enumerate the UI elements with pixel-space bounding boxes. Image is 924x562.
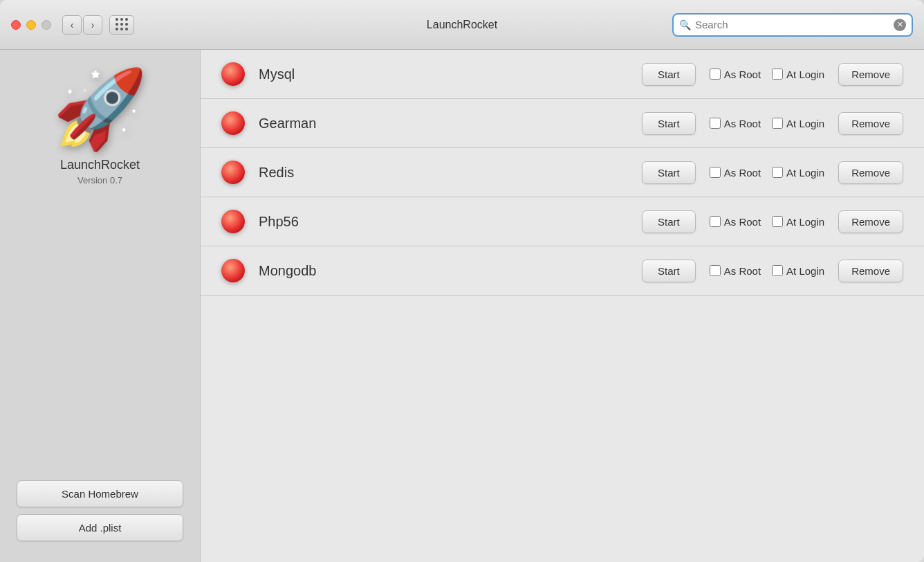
titlebar: ‹ › LaunchRocket 🔍 ✕ <box>0 0 924 50</box>
at-login-checkbox-mongodb[interactable] <box>772 265 783 276</box>
service-row: Mysql Start As Root At Login Remove <box>201 50 924 99</box>
remove-button-gearman[interactable]: Remove <box>838 112 903 135</box>
at-login-label-mysql[interactable]: At Login <box>772 69 824 80</box>
as-root-checkbox-php56[interactable] <box>710 216 721 227</box>
service-row: Gearman Start As Root At Login Remove <box>201 99 924 148</box>
at-login-label-mongodb[interactable]: At Login <box>772 265 824 277</box>
as-root-checkbox-redis[interactable] <box>710 167 721 178</box>
as-root-label-redis[interactable]: As Root <box>710 167 761 179</box>
start-button-php56[interactable]: Start <box>642 210 696 233</box>
status-dot-gearman <box>221 111 245 135</box>
service-row: Mongodb Start As Root At Login Remove <box>201 246 924 296</box>
app-version: Version 0.7 <box>77 175 122 185</box>
back-icon: ‹ <box>71 19 74 30</box>
sidebar: 🚀 LaunchRocket Version 0.7 Scan Homebrew… <box>0 50 201 562</box>
scan-homebrew-button[interactable]: Scan Homebrew <box>17 480 183 507</box>
start-button-gearman[interactable]: Start <box>642 112 696 135</box>
at-login-label-redis[interactable]: At Login <box>772 167 824 179</box>
at-login-checkbox-mysql[interactable] <box>772 69 783 80</box>
at-login-checkbox-gearman[interactable] <box>772 118 783 129</box>
as-root-label-gearman[interactable]: As Root <box>710 118 761 129</box>
service-row: Php56 Start As Root At Login Remove <box>201 197 924 246</box>
back-button[interactable]: ‹ <box>62 15 82 35</box>
remove-button-mongodb[interactable]: Remove <box>838 260 903 282</box>
grid-dots-icon <box>115 18 129 31</box>
titlebar-title: LaunchRocket <box>427 19 497 31</box>
add-plist-button[interactable]: Add .plist <box>17 514 183 541</box>
nav-buttons: ‹ › <box>62 15 134 35</box>
status-dot-mongodb <box>221 259 245 282</box>
forward-icon: › <box>91 19 95 30</box>
service-name-redis: Redis <box>259 165 628 181</box>
search-icon: 🔍 <box>679 19 691 30</box>
remove-button-php56[interactable]: Remove <box>838 210 903 233</box>
service-name-mysql: Mysql <box>259 66 628 82</box>
as-root-label-mysql[interactable]: As Root <box>710 69 761 80</box>
minimize-button[interactable] <box>26 20 36 30</box>
service-row: Redis Start As Root At Login Remove <box>201 148 924 197</box>
as-root-checkbox-mongodb[interactable] <box>710 265 721 276</box>
at-login-checkbox-redis[interactable] <box>772 167 783 178</box>
start-button-redis[interactable]: Start <box>642 161 696 184</box>
sidebar-buttons: Scan Homebrew Add .plist <box>0 480 200 541</box>
as-root-checkbox-gearman[interactable] <box>710 118 721 129</box>
service-name-mongodb: Mongodb <box>259 263 628 279</box>
service-name-gearman: Gearman <box>259 116 628 132</box>
rocket-icon: 🚀 <box>53 71 147 147</box>
app-name: LaunchRocket <box>60 158 140 172</box>
search-box: 🔍 ✕ <box>672 13 913 37</box>
grid-view-button[interactable] <box>109 15 134 35</box>
traffic-lights <box>11 20 51 30</box>
main-layout: 🚀 LaunchRocket Version 0.7 Scan Homebrew… <box>0 50 924 562</box>
at-login-label-gearman[interactable]: At Login <box>772 118 824 129</box>
checkbox-group-gearman: As Root At Login <box>710 118 824 129</box>
status-dot-mysql <box>221 62 245 86</box>
checkbox-group-mongodb: As Root At Login <box>710 265 824 277</box>
forward-button[interactable]: › <box>83 15 102 35</box>
remove-button-mysql[interactable]: Remove <box>838 63 903 86</box>
remove-button-redis[interactable]: Remove <box>838 161 903 184</box>
checkbox-group-redis: As Root At Login <box>710 167 824 179</box>
maximize-button[interactable] <box>41 20 51 30</box>
service-name-php56: Php56 <box>259 214 628 230</box>
as-root-label-mongodb[interactable]: As Root <box>710 265 761 277</box>
checkbox-group-php56: As Root At Login <box>710 216 824 228</box>
status-dot-php56 <box>221 210 245 233</box>
search-input[interactable] <box>695 19 894 30</box>
at-login-label-php56[interactable]: At Login <box>772 216 824 228</box>
status-dot-redis <box>221 161 245 184</box>
services-panel: Mysql Start As Root At Login Remove Gear… <box>201 50 924 562</box>
checkbox-group-mysql: As Root At Login <box>710 69 824 80</box>
as-root-checkbox-mysql[interactable] <box>710 69 721 80</box>
start-button-mysql[interactable]: Start <box>642 63 696 86</box>
at-login-checkbox-php56[interactable] <box>772 216 783 227</box>
close-button[interactable] <box>11 20 21 30</box>
start-button-mongodb[interactable]: Start <box>642 260 696 282</box>
search-clear-button[interactable]: ✕ <box>894 19 906 31</box>
as-root-label-php56[interactable]: As Root <box>710 216 761 228</box>
